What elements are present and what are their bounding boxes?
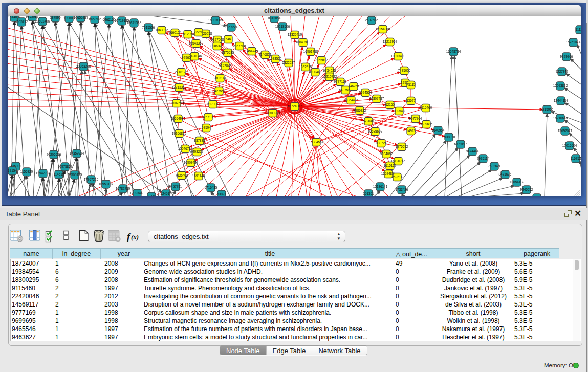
svg-text:7663822: 7663822 [156, 28, 168, 32]
svg-text:2718176: 2718176 [175, 70, 188, 74]
svg-text:20206556: 20206556 [47, 152, 61, 156]
svg-text:12444158: 12444158 [554, 99, 569, 102]
svg-text:1691144: 1691144 [192, 174, 205, 178]
svg-text:9777169: 9777169 [334, 80, 347, 83]
svg-text:1615132: 1615132 [384, 164, 397, 167]
svg-text:15136141: 15136141 [373, 185, 388, 188]
svg-text:8938928: 8938928 [443, 135, 455, 139]
svg-text:11123: 11123 [576, 28, 581, 31]
svg-text:124517: 124517 [160, 192, 171, 195]
svg-text:7515526: 7515526 [142, 26, 155, 29]
svg-text:2935114: 2935114 [477, 157, 490, 160]
svg-text:116753: 116753 [571, 157, 581, 160]
svg-text:92960: 92960 [182, 56, 191, 59]
svg-text:19654985: 19654985 [171, 117, 186, 120]
svg-text:75115: 75115 [406, 83, 416, 86]
svg-text:3875685: 3875685 [222, 51, 234, 54]
svg-text:546: 546 [226, 37, 231, 41]
svg-text:53594: 53594 [202, 126, 211, 129]
svg-text:10807487: 10807487 [369, 97, 384, 100]
svg-text:12505135: 12505135 [68, 173, 82, 177]
svg-text:2687682: 2687682 [365, 18, 378, 22]
svg-text:151361: 151361 [363, 192, 374, 195]
svg-text:746266: 746266 [348, 84, 359, 88]
svg-text:1640954: 1640954 [432, 128, 445, 132]
svg-text:16210645: 16210645 [553, 116, 568, 120]
svg-text:1975692: 1975692 [396, 145, 408, 148]
svg-text:7632621: 7632621 [488, 164, 501, 168]
svg-text:10654112: 10654112 [510, 180, 524, 184]
svg-text:20691406: 20691406 [35, 19, 50, 23]
svg-text:10688609: 10688609 [368, 129, 383, 133]
svg-text:9242848: 9242848 [219, 64, 232, 68]
svg-text:20364436: 20364436 [344, 98, 359, 102]
svg-text:9660124: 9660124 [169, 31, 182, 34]
svg-text:16909489: 16909489 [184, 161, 199, 164]
svg-text:15692071: 15692071 [558, 129, 573, 133]
svg-text:1156829: 1156829 [20, 170, 33, 173]
svg-text:63821: 63821 [217, 192, 226, 196]
svg-text:8186328: 8186328 [211, 44, 224, 48]
svg-text:10655287: 10655287 [74, 16, 89, 19]
svg-text:8427552: 8427552 [213, 89, 226, 93]
svg-text:4055712: 4055712 [15, 20, 28, 24]
svg-text:18724007: 18724007 [288, 104, 302, 108]
svg-text:6734028: 6734028 [323, 69, 336, 72]
svg-text:7357224: 7357224 [225, 25, 238, 29]
svg-text:18807249: 18807249 [374, 141, 389, 145]
svg-text:887833: 887833 [194, 139, 205, 142]
svg-text:187990: 187990 [50, 16, 61, 19]
svg-text:16033809: 16033809 [208, 18, 223, 22]
svg-text:62160: 62160 [385, 103, 395, 106]
svg-text:7485006: 7485006 [398, 69, 411, 72]
svg-text:22260: 22260 [194, 30, 203, 34]
svg-text:10025433: 10025433 [392, 109, 407, 113]
svg-text:7625402: 7625402 [176, 173, 188, 177]
svg-text:2803144: 2803144 [214, 76, 227, 80]
svg-text:2867608: 2867608 [233, 44, 246, 48]
svg-text:16961758: 16961758 [303, 50, 318, 53]
svg-text:7955812: 7955812 [315, 58, 328, 62]
svg-text:17016504: 17016504 [562, 144, 577, 147]
svg-text:10107553: 10107553 [169, 101, 184, 105]
svg-text:f: f [127, 231, 131, 242]
svg-text:19384554: 19384554 [309, 140, 324, 144]
svg-text:16782759: 16782759 [116, 187, 130, 190]
svg-text:3624554: 3624554 [359, 91, 372, 94]
svg-text:16210722: 16210722 [322, 75, 337, 78]
svg-text:10973493: 10973493 [391, 54, 406, 58]
svg-text:12093832: 12093832 [553, 84, 568, 87]
svg-text:19166825: 19166825 [172, 132, 187, 135]
svg-text:12213967: 12213967 [383, 40, 398, 43]
svg-text:3498222: 3498222 [191, 150, 204, 154]
svg-text:53627: 53627 [406, 99, 416, 102]
svg-text:14923: 14923 [406, 129, 416, 133]
svg-text:9245652: 9245652 [520, 188, 533, 191]
svg-text:9115460: 9115460 [420, 106, 432, 110]
svg-text:9577964: 9577964 [409, 117, 422, 120]
svg-text:3912954: 3912954 [182, 32, 194, 36]
svg-text:9474444: 9474444 [466, 149, 479, 153]
svg-text:20975867: 20975867 [58, 165, 73, 168]
svg-text:18640910: 18640910 [296, 40, 311, 44]
svg-text:15751074: 15751074 [566, 40, 581, 44]
svg-text:8990448: 8990448 [309, 70, 322, 74]
svg-text:12923448: 12923448 [130, 191, 145, 195]
svg-text:8471676: 8471676 [499, 172, 512, 176]
svg-text:16671355: 16671355 [127, 21, 142, 25]
svg-text:17359924: 17359924 [70, 151, 84, 155]
svg-text:114519: 114519 [54, 172, 64, 176]
svg-text:1527602: 1527602 [89, 17, 101, 21]
svg-text:8454749: 8454749 [246, 49, 258, 53]
svg-text:9329966: 9329966 [560, 55, 573, 58]
svg-text:517006: 517006 [207, 102, 219, 106]
svg-text:39154: 39154 [8, 169, 17, 172]
svg-text:16648784: 16648784 [446, 50, 461, 53]
svg-text:7986322: 7986322 [354, 108, 366, 112]
svg-text:19218506: 19218506 [275, 25, 290, 28]
svg-text:12213363: 12213363 [172, 85, 187, 89]
svg-text:23300233: 23300233 [266, 111, 280, 115]
svg-text:20053346: 20053346 [76, 64, 91, 68]
svg-text:15720407: 15720407 [361, 119, 376, 123]
svg-text:8813054: 8813054 [268, 16, 281, 20]
